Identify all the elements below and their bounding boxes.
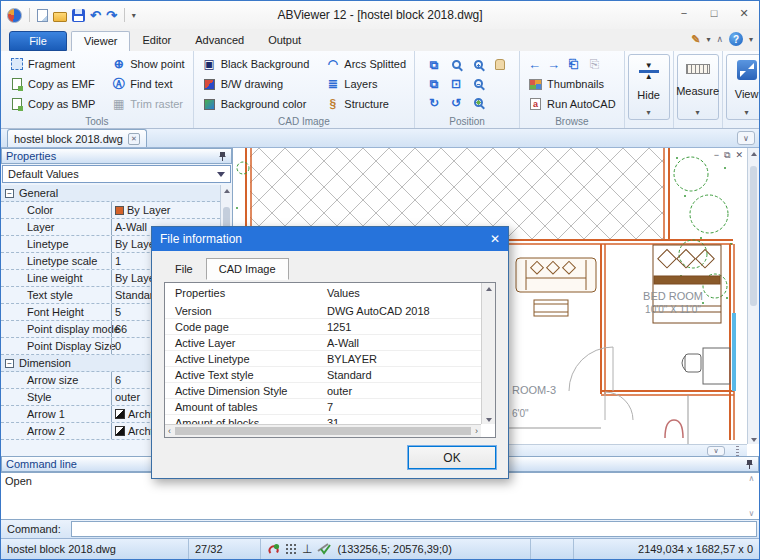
- measure-dropdown-icon[interactable]: ▾: [696, 108, 700, 117]
- snap-toggle-icon[interactable]: [267, 543, 280, 556]
- redo-icon[interactable]: ↷: [106, 8, 117, 23]
- table-row[interactable]: VersionDWG AutoCAD 2018: [165, 303, 481, 319]
- room2-label: ROOM-3: [512, 384, 556, 396]
- show-point-button[interactable]: ⊕Show point: [111, 55, 184, 73]
- scroll-left-icon[interactable]: ‹: [168, 426, 171, 436]
- table-row[interactable]: Amount of tables7: [165, 399, 481, 415]
- command-line-title: Command line: [6, 458, 77, 470]
- grid-toggle-icon[interactable]: [285, 543, 297, 555]
- collapse-ribbon-icon[interactable]: ∧: [716, 34, 723, 44]
- pin-icon[interactable]: [745, 459, 754, 470]
- hide-dropdown-icon[interactable]: ▾: [647, 108, 651, 117]
- property-row[interactable]: ColorBy Layer: [1, 202, 220, 219]
- structure-button[interactable]: §Structure: [325, 95, 406, 113]
- view-label: View: [735, 88, 759, 100]
- group-label-position: Position: [415, 116, 519, 127]
- tab-viewer[interactable]: Viewer: [71, 31, 130, 51]
- scroll-thumb[interactable]: [175, 427, 471, 435]
- table-row[interactable]: Active Dimension Styleouter: [165, 383, 481, 399]
- undo-icon[interactable]: ↶: [90, 8, 101, 23]
- ok-button[interactable]: OK: [408, 446, 496, 469]
- arcs-splitted-button[interactable]: ◠Arcs Splitted: [325, 55, 406, 73]
- zoom-in-icon[interactable]: [474, 60, 483, 69]
- tab-file[interactable]: File: [9, 31, 67, 51]
- preset-dropdown[interactable]: Default Values: [2, 165, 231, 183]
- maximize-button[interactable]: □: [699, 1, 729, 25]
- zoom-out-icon[interactable]: [474, 79, 483, 88]
- scroll-options-button[interactable]: ∨: [707, 446, 725, 456]
- help-dropdown-icon[interactable]: ▾: [749, 35, 753, 44]
- save-icon[interactable]: [72, 9, 85, 22]
- command-input[interactable]: [71, 521, 757, 537]
- mdi-close-icon[interactable]: ✕: [735, 150, 743, 161]
- table-horizontal-scrollbar[interactable]: ‹ ›: [165, 424, 481, 437]
- qat-dropdown-icon[interactable]: ▾: [132, 11, 136, 20]
- dialog-title-bar[interactable]: File information ✕: [152, 227, 508, 251]
- view-button[interactable]: View ▾: [726, 54, 760, 120]
- ortho-toggle-icon[interactable]: ⊥: [302, 542, 312, 556]
- help-icon[interactable]: ?: [729, 32, 743, 46]
- collapse-box-icon[interactable]: −: [5, 359, 14, 368]
- table-row[interactable]: Amount of blocks31: [165, 415, 481, 424]
- window-controls: − □ ✕: [669, 1, 759, 25]
- document-tab[interactable]: hostel block 2018.dwg ✕: [7, 129, 147, 147]
- pan-hand-icon[interactable]: [495, 59, 505, 70]
- dialog-tab-cad-image[interactable]: CAD Image: [206, 258, 289, 280]
- table-row[interactable]: Active LinetypeBYLAYER: [165, 351, 481, 367]
- run-autocad-button[interactable]: aRun AutoCAD: [528, 95, 615, 113]
- pin-icon[interactable]: [218, 151, 227, 162]
- copy-view-icon[interactable]: ⧉: [427, 57, 442, 72]
- mdi-restore-icon[interactable]: ⧉: [724, 150, 730, 161]
- table-row[interactable]: Code page1251: [165, 319, 481, 335]
- pen-style-icon[interactable]: ✎: [691, 33, 700, 46]
- back-icon[interactable]: ←: [528, 57, 541, 72]
- layout-back-icon[interactable]: ⎗: [566, 57, 581, 72]
- command-history[interactable]: Open: [1, 472, 759, 520]
- hide-icon: ▼▲: [639, 60, 659, 82]
- table-row[interactable]: Active LayerA-Wall: [165, 335, 481, 351]
- hide-button[interactable]: ▼▲ Hide ▾: [628, 54, 670, 120]
- copy-as-emf-button[interactable]: Copy as EMF: [9, 75, 95, 93]
- zoom-window-icon[interactable]: [452, 60, 461, 69]
- background-color-button[interactable]: Background color: [202, 95, 310, 113]
- copy-as-bmp-button[interactable]: Copy as BMP: [9, 95, 95, 113]
- osnap-toggle-icon[interactable]: [317, 543, 331, 555]
- tab-output[interactable]: Output: [256, 31, 313, 51]
- table-row[interactable]: Active Text styleStandard: [165, 367, 481, 383]
- dialog-tab-file[interactable]: File: [162, 258, 206, 280]
- property-section[interactable]: −General: [1, 185, 220, 202]
- forward-icon[interactable]: →: [547, 57, 560, 72]
- layers-button[interactable]: ≣Layers: [325, 75, 406, 93]
- measure-button[interactable]: Measure ▾: [677, 54, 719, 120]
- minimize-button[interactable]: −: [669, 1, 699, 25]
- fit-to-window-icon[interactable]: ⊡: [449, 76, 464, 91]
- open-file-icon[interactable]: [53, 12, 67, 22]
- tab-scroll-button[interactable]: ∨: [737, 131, 755, 145]
- new-file-icon[interactable]: [37, 9, 48, 22]
- document-tab-close-icon[interactable]: ✕: [128, 133, 140, 145]
- divider: [124, 8, 125, 22]
- mdi-minimize-icon[interactable]: −: [714, 150, 719, 161]
- black-background-button[interactable]: ▣Black Background: [202, 55, 310, 73]
- paste-view-icon[interactable]: ⧉: [427, 76, 442, 91]
- collapse-box-icon[interactable]: −: [5, 189, 14, 198]
- refresh-icon[interactable]: ↺: [449, 95, 464, 110]
- zoom-previous-icon[interactable]: [474, 98, 483, 107]
- scroll-right-icon[interactable]: ›: [475, 426, 478, 436]
- pen-dropdown-icon[interactable]: ▾: [706, 35, 710, 44]
- command-scrollbar[interactable]: ∧ ∨: [746, 474, 757, 518]
- dialog-close-icon[interactable]: ✕: [490, 232, 500, 246]
- find-text-button[interactable]: ⒶFind text: [111, 75, 184, 93]
- thumbnails-button[interactable]: Thumbnails: [528, 75, 615, 93]
- tab-advanced[interactable]: Advanced: [183, 31, 256, 51]
- rotate-icon[interactable]: ↻: [427, 95, 442, 110]
- close-button[interactable]: ✕: [729, 1, 759, 25]
- fragment-icon: [9, 57, 24, 72]
- vertical-scrollbar[interactable]: [747, 148, 759, 444]
- view-dropdown-icon[interactable]: ▾: [745, 108, 749, 117]
- fragment-button[interactable]: Fragment: [9, 55, 95, 73]
- bw-drawing-button[interactable]: B/W drawing: [202, 75, 310, 93]
- tab-editor[interactable]: Editor: [130, 31, 183, 51]
- table-vertical-scrollbar[interactable]: [481, 283, 495, 424]
- find-text-label: Find text: [130, 78, 172, 90]
